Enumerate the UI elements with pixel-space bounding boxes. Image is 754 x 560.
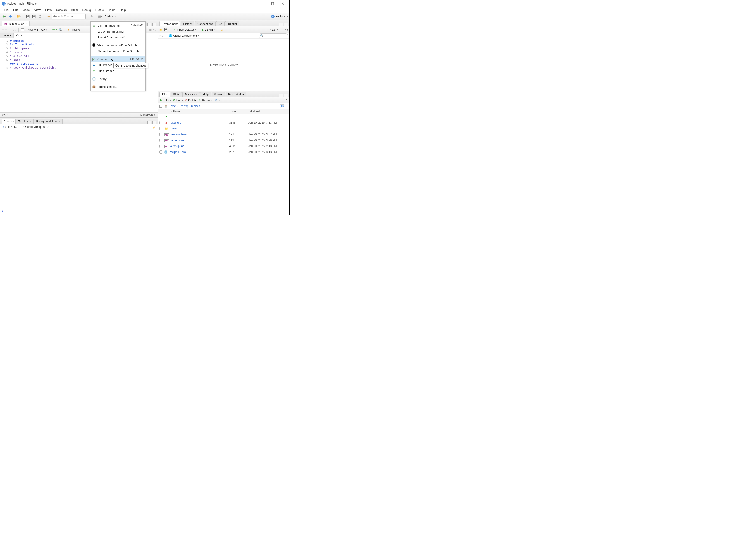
close-button[interactable]: ✕ [278, 0, 288, 7]
terminal-tab[interactable]: Terminal✕ [16, 119, 34, 124]
open-file-button[interactable]: 📂▾ [16, 14, 22, 19]
language-selector[interactable]: Markdown ⇕ [138, 114, 156, 117]
wd-popup-icon[interactable]: ⇗ [47, 125, 49, 128]
file-checkbox[interactable] [159, 145, 162, 148]
spellcheck-icon[interactable]: ᴬᴮᶜ✓ [52, 28, 57, 31]
minimize-pane-icon[interactable] [147, 121, 152, 124]
file-row-guacamole[interactable]: MD guacamole.md 121 B Jan 20, 2025, 3:07… [158, 132, 290, 137]
file-checkbox[interactable] [159, 127, 162, 130]
help-tab[interactable]: Help [200, 92, 211, 97]
rename-button[interactable]: ✎Rename [198, 98, 213, 102]
maximize-pane-icon[interactable] [152, 23, 156, 26]
menu-debug[interactable]: Debug [80, 7, 93, 12]
vcs-button[interactable]: ⎇▾ [88, 14, 94, 19]
menu-edit[interactable]: Edit [11, 7, 20, 12]
r-scope-button[interactable]: R ▾ [159, 34, 163, 37]
show-in-new-button[interactable]: ⬚ [13, 28, 16, 32]
delete-button[interactable]: ⊘Delete [185, 98, 197, 102]
clear-workspace-icon[interactable]: 🧹 [221, 28, 224, 31]
refresh-files-icon[interactable]: ⟳ [285, 98, 288, 102]
menu-profile[interactable]: Profile [93, 7, 106, 12]
source-mode-tab[interactable]: Source [0, 33, 14, 38]
more-path-icon[interactable]: … [285, 104, 288, 108]
addins-menu[interactable]: Addins▾ [103, 15, 117, 18]
background-jobs-tab[interactable]: Background Jobs✕ [34, 119, 63, 124]
project-selector[interactable]: R recipes ▾ [271, 15, 288, 18]
menu-diff[interactable]: ▤Diff "hummus.md"Ctrl+Alt+D [91, 23, 145, 28]
console-body[interactable]: > [0, 130, 158, 215]
presentation-tab[interactable]: Presentation [225, 92, 246, 97]
menu-log[interactable]: Log of "hummus.md" [91, 28, 145, 34]
close-icon[interactable]: ✕ [25, 22, 27, 25]
new-file-button[interactable]: ⊕▾ [2, 14, 7, 19]
file-row-up[interactable]: ↰ .. [158, 114, 290, 120]
menu-plots[interactable]: Plots [43, 7, 54, 12]
memory-indicator[interactable]: ◐91 MiB ▾ [202, 28, 215, 31]
save-all-button[interactable]: 💾 [31, 14, 36, 19]
global-env-button[interactable]: 🌐Global Environment ▾ [169, 34, 199, 37]
editor-tab-hummus[interactable]: MD hummus.md ✕ [2, 21, 29, 26]
menu-push[interactable]: ⬆Push Branch [91, 68, 145, 74]
menu-commit[interactable]: ✓Commit...Ctrl+Alt+M [91, 56, 145, 62]
minimize-pane-icon[interactable] [279, 94, 283, 97]
select-all-checkbox[interactable] [159, 104, 162, 108]
save-button[interactable]: 💾 [25, 14, 31, 19]
col-size-header[interactable]: Size [231, 110, 250, 113]
packages-tab[interactable]: Packages [182, 92, 200, 97]
git-tab[interactable]: Git [216, 21, 225, 26]
menu-project-setup[interactable]: 📦Project Setup... [91, 84, 145, 89]
save-workspace-icon[interactable]: 💾 [164, 28, 167, 31]
visual-mode-tab[interactable]: Visual [14, 33, 25, 38]
col-name-header[interactable]: ▲Name [158, 110, 231, 113]
environment-tab[interactable]: Environment [159, 21, 180, 26]
clear-console-icon[interactable]: 🧹 [153, 125, 156, 128]
connections-tab[interactable]: Connections [195, 21, 216, 26]
goto-button[interactable]: ➜ [46, 14, 51, 19]
plots-tab[interactable]: Plots [171, 92, 182, 97]
minimize-button[interactable]: — [257, 0, 267, 7]
home-icon[interactable]: 🏠 [164, 104, 168, 108]
find-icon[interactable]: 🔍 [59, 28, 62, 32]
file-checkbox[interactable] [159, 139, 162, 142]
preview-button[interactable]: ✦Preview [67, 28, 80, 32]
menu-view[interactable]: View [32, 7, 43, 12]
console-tab[interactable]: Console [2, 119, 16, 124]
maximize-pane-icon[interactable] [284, 23, 288, 26]
minimize-pane-icon[interactable] [147, 23, 152, 26]
file-checkbox[interactable] [159, 133, 162, 136]
new-file-button[interactable]: ⊕File ▾ [173, 98, 183, 102]
refresh-icon[interactable]: ⟳ ▾ [284, 28, 288, 31]
goto-input[interactable]: Go to file/function [52, 14, 85, 19]
goto-project-icon[interactable]: R [280, 104, 284, 108]
new-project-button[interactable]: ⬣ [7, 14, 13, 19]
files-tab[interactable]: Files [159, 92, 170, 97]
menu-build[interactable]: Build [69, 7, 80, 12]
file-checkbox[interactable] [159, 151, 162, 154]
menu-history[interactable]: 🕓History [91, 76, 145, 82]
file-row-gitignore[interactable]: ◆ .gitignore 31 B Jan 20, 2025, 3:13 PM [158, 120, 290, 125]
close-icon[interactable]: ✕ [29, 120, 32, 123]
more-button[interactable]: ⚙ ▾ [215, 98, 220, 102]
maximize-pane-icon[interactable] [152, 121, 156, 124]
history-tab[interactable]: History [181, 21, 194, 26]
file-row-rproj[interactable]: R recipes.Rproj 267 B Jan 20, 2025, 3:13… [158, 149, 290, 155]
maximize-button[interactable]: ☐ [267, 0, 278, 7]
menu-blame-github[interactable]: Blame "hummus.md" on GitHub [91, 48, 145, 54]
new-folder-button[interactable]: ⊕Folder [159, 98, 171, 102]
load-workspace-icon[interactable]: 📂 [159, 28, 163, 31]
crumb-home[interactable]: Home [168, 104, 176, 108]
back-button[interactable]: ⬅ [2, 28, 4, 32]
col-modified-header[interactable]: Modified [250, 110, 290, 113]
menu-view-github[interactable]: View "hummus.md" on GitHub [91, 42, 145, 48]
crumb-desktop[interactable]: Desktop [179, 104, 188, 108]
menu-help[interactable]: Help [117, 7, 128, 12]
crumb-recipes[interactable]: recipes [191, 104, 200, 108]
print-button[interactable]: 🖨 [37, 14, 42, 19]
file-row-cakes[interactable]: 📁 cakes [158, 125, 290, 132]
maximize-pane-icon[interactable] [284, 94, 288, 97]
menu-code[interactable]: Code [20, 7, 32, 12]
list-view-button[interactable]: ≡ List ▾ [270, 28, 278, 31]
tutorial-tab[interactable]: Tutorial [225, 21, 239, 26]
close-icon[interactable]: ✕ [59, 120, 61, 123]
minimize-pane-icon[interactable] [279, 23, 283, 26]
